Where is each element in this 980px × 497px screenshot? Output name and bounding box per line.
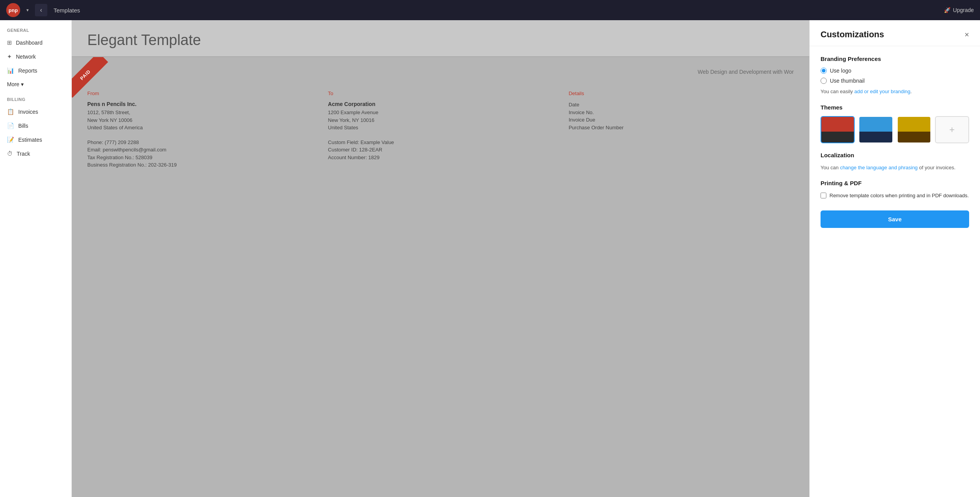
from-label: From [87,90,312,96]
remove-colors-checkbox[interactable] [821,193,826,198]
sidebar-item-dashboard[interactable]: ⊞ Dashboard [0,36,71,50]
panel-header: Customizations × [810,20,980,46]
localization-section: Localization You can change the language… [821,152,969,172]
to-address2: New York, NY 10016 [328,116,553,124]
theme-bottom-navy [859,132,892,142]
sidebar-item-bills[interactable]: 📄 Bills [0,119,71,133]
use-thumbnail-label: Use thumbnail [830,78,865,84]
reports-icon: 📊 [7,67,14,74]
customizations-panel: Customizations × Branding Preferences Us… [809,20,980,497]
sidebar-item-label: Estimates [18,137,42,143]
branding-note-prefix: You can easily [821,89,854,94]
back-button[interactable]: ‹ [35,4,47,16]
theme-bottom-brown [898,132,930,142]
template-body: PAID Web Design and Development with Wor… [72,57,809,181]
sidebar-item-label: Bills [18,123,28,129]
bills-icon: 📄 [7,122,14,129]
sidebar-item-reports[interactable]: 📊 Reports [0,64,71,78]
use-logo-radio[interactable] [821,68,827,74]
remove-colors-option[interactable]: Remove template colors when printing and… [821,192,969,200]
branding-note-suffix: . [911,89,912,94]
branding-link[interactable]: add or edit your branding [854,89,911,94]
use-thumbnail-option[interactable]: Use thumbnail [821,78,969,84]
sidebar: GENERAL ⊞ Dashboard ✦ Network 📊 Reports … [0,20,72,497]
template-columns: From Pens n Pencils Inc. 1012, 578th Str… [87,90,794,169]
sidebar-item-label: Reports [18,68,37,74]
templates-breadcrumb: Templates [54,7,80,14]
from-phone: Phone: (777) 209 2288 [87,139,312,146]
network-icon: ✦ [7,53,12,60]
detail-date: Date [569,101,794,109]
localization-text: You can change the language and phrasing… [821,164,969,172]
save-button[interactable]: Save [821,210,969,228]
general-section-label: GENERAL [0,28,71,36]
branding-section: Branding Preferences Use logo Use thumbn… [821,56,969,96]
logo-button[interactable]: pnp [6,3,20,17]
to-customer: Customer ID: 128-2EAR [328,146,553,154]
themes-title: Themes [821,104,969,111]
localization-prefix: You can [821,165,840,170]
to-column: To Acme Corporation 1200 Example Avenue … [328,90,553,169]
localization-title: Localization [821,152,969,158]
details-label: Details [569,90,794,96]
sidebar-item-estimates[interactable]: 📝 Estimates [0,133,71,147]
to-label: To [328,90,553,96]
add-theme-button[interactable]: + [935,116,969,143]
to-custom: Custom Field: Example Value [328,139,553,146]
use-logo-label: Use logo [830,68,851,74]
sidebar-item-label: Network [16,54,36,60]
from-email: Email: penswithpencils@gmail.com [87,146,312,154]
from-address3: United States of America [87,124,312,132]
theme-swatch-gold-brown[interactable] [897,116,931,143]
localization-link[interactable]: change the language and phrasing [840,165,918,170]
panel-body: Branding Preferences Use logo Use thumbn… [810,46,980,497]
from-business: Business Registration No.: 202-326-319 [87,161,312,169]
from-address1: 1012, 578th Street, [87,109,312,116]
template-title: Elegant Template [87,32,794,49]
sidebar-item-invoices[interactable]: 📋 Invoices [0,105,71,119]
main-layout: GENERAL ⊞ Dashboard ✦ Network 📊 Reports … [0,20,980,497]
rocket-icon: 🚀 [944,7,951,13]
dashboard-icon: ⊞ [7,39,12,46]
details-column: Details Date Invoice No. Invoice Due Pur… [569,90,794,169]
track-icon: ⏱ [7,150,13,157]
to-address3: United States [328,124,553,132]
theme-bottom-black [821,132,854,142]
printing-section: Printing & PDF Remove template colors wh… [821,180,969,200]
localization-suffix: of your invoices. [918,165,956,170]
remove-colors-label: Remove template colors when printing and… [829,192,969,200]
top-nav: pnp ▾ ‹ Templates 🚀 Upgrade [0,0,980,20]
paid-stamp: PAID [72,57,108,98]
theme-swatch-blue-navy[interactable] [859,116,893,143]
branding-note: You can easily add or edit your branding… [821,88,969,96]
to-company: Acme Corporation [328,101,553,107]
use-thumbnail-radio[interactable] [821,78,827,84]
sidebar-item-track[interactable]: ⏱ Track [0,147,71,160]
more-menu[interactable]: More ▾ [0,78,71,91]
from-company: Pens n Pencils Inc. [87,101,312,107]
to-address1: 1200 Example Avenue [328,109,553,116]
estimates-icon: 📝 [7,136,14,143]
close-button[interactable]: × [964,31,969,38]
more-label: More [7,81,19,87]
panel-title: Customizations [821,30,884,40]
paid-ribbon: PAID [72,57,118,104]
from-column: From Pens n Pencils Inc. 1012, 578th Str… [87,90,312,169]
theme-top-gold [898,117,930,132]
theme-swatch-red-black[interactable] [821,116,855,143]
sidebar-item-network[interactable]: ✦ Network [0,50,71,64]
logo-chevron-icon[interactable]: ▾ [26,7,29,13]
theme-top-red [821,117,854,132]
printing-title: Printing & PDF [821,180,969,186]
detail-po-number: Purchase Order Number [569,124,794,132]
branding-title: Branding Preferences [821,56,969,62]
content-area: Elegant Template PAID Web Design and Dev… [72,20,809,497]
template-header: Elegant Template [72,20,809,56]
upgrade-button[interactable]: 🚀 Upgrade [944,7,974,13]
sidebar-item-label: Invoices [18,109,38,115]
invoices-icon: 📋 [7,108,14,115]
use-logo-option[interactable]: Use logo [821,68,969,74]
to-account: Account Number: 1829 [328,154,553,162]
from-address2: New York NY 10006 [87,116,312,124]
template-subtitle: Web Design and Development with Wor [87,69,794,75]
